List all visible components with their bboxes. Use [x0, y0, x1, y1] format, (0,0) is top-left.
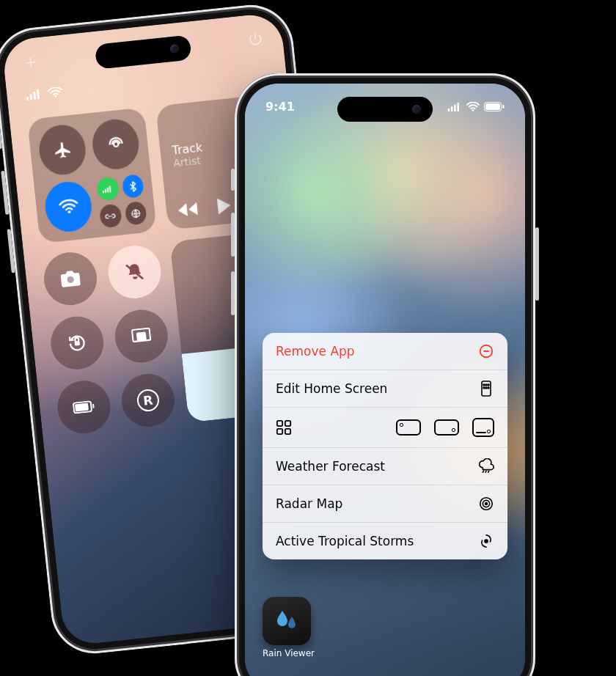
menu-item-remove-app[interactable]: Remove App: [263, 333, 507, 370]
menu-item-label: Active Tropical Storms: [276, 534, 414, 548]
menu-item-label: Weather Forecast: [276, 459, 385, 474]
svg-rect-1: [29, 94, 32, 100]
svg-rect-23: [457, 103, 459, 111]
low-power-button[interactable]: [55, 378, 113, 436]
apps-icon: [478, 381, 494, 397]
svg-rect-20: [448, 108, 450, 111]
wifi-toggle[interactable]: [43, 180, 94, 234]
small-controls-grid: R: [41, 243, 177, 436]
widget-size-medium-icon[interactable]: [434, 419, 459, 436]
phone-context-menu: 9:41 Remove App Edit Home Screen: [235, 73, 535, 676]
battery-icon: [73, 400, 96, 414]
svg-rect-10: [109, 185, 111, 192]
r-shortcut-button[interactable]: R: [119, 371, 177, 429]
svg-rect-15: [136, 331, 147, 341]
svg-rect-37: [285, 421, 290, 426]
vpn-toggle[interactable]: [124, 201, 147, 226]
wifi-icon: [48, 87, 63, 98]
add-control-icon[interactable]: [22, 54, 40, 71]
svg-point-31: [485, 384, 487, 386]
camera-button[interactable]: [41, 250, 99, 308]
svg-rect-17: [92, 404, 95, 408]
radar-icon: [478, 496, 494, 512]
status-bar: [26, 87, 63, 100]
svg-rect-8: [105, 188, 106, 192]
screen-mirroring-icon: [131, 327, 152, 345]
globe-icon: [130, 207, 141, 218]
svg-rect-2: [33, 92, 36, 100]
connectivity-mini-cluster: [96, 174, 147, 228]
menu-item-label: Remove App: [276, 344, 355, 359]
airplane-icon: [52, 139, 73, 161]
status-time: 9:41: [265, 100, 295, 114]
menu-item-weather-forecast[interactable]: Weather Forecast: [263, 448, 507, 485]
svg-rect-36: [277, 421, 282, 426]
remove-icon: [478, 343, 494, 359]
play-icon[interactable]: [216, 197, 232, 215]
dynamic-island: [95, 34, 192, 69]
svg-rect-22: [454, 104, 456, 111]
menu-item-label: Radar Map: [276, 496, 342, 511]
power-icon[interactable]: [246, 30, 264, 48]
context-menu: Remove App Edit Home Screen Weather Fore…: [263, 333, 507, 559]
widget-size-grid-icon[interactable]: [276, 419, 292, 436]
wifi-icon: [58, 199, 78, 216]
svg-rect-21: [451, 106, 453, 111]
rotation-lock-icon: [66, 331, 89, 354]
rotation-lock-button[interactable]: [48, 314, 106, 372]
widget-size-large-icon[interactable]: [472, 418, 494, 437]
airdrop-icon: [105, 133, 126, 155]
bell-slash-icon: [124, 262, 145, 283]
menu-item-widget-sizes: [263, 408, 507, 448]
svg-point-34: [485, 387, 487, 389]
bluetooth-icon: [128, 181, 136, 192]
svg-rect-7: [103, 190, 104, 192]
svg-point-33: [483, 387, 485, 389]
svg-point-43: [485, 540, 488, 543]
svg-point-30: [483, 384, 485, 386]
rewind-icon[interactable]: [177, 202, 198, 218]
connectivity-tile: [27, 107, 157, 243]
svg-rect-3: [37, 89, 40, 99]
menu-item-label: Edit Home Screen: [276, 381, 387, 396]
widget-size-small-icon[interactable]: [396, 419, 421, 436]
menu-item-tropical-storms[interactable]: Active Tropical Storms: [263, 523, 507, 559]
cellular-icon: [447, 103, 462, 111]
svg-rect-27: [502, 105, 505, 109]
svg-point-5: [113, 142, 118, 147]
cellular-icon: [102, 184, 113, 194]
personal-hotspot-toggle[interactable]: [99, 204, 122, 229]
svg-rect-18: [75, 403, 89, 412]
bluetooth-toggle[interactable]: [121, 174, 144, 199]
screen-mirroring-button[interactable]: [112, 307, 170, 365]
dynamic-island: [337, 97, 433, 122]
svg-point-24: [472, 109, 474, 111]
cellular-icon: [26, 89, 43, 100]
r-shortcut-icon: R: [136, 388, 160, 412]
svg-point-35: [488, 387, 489, 389]
svg-rect-13: [75, 341, 81, 346]
silent-mode-button[interactable]: [106, 243, 164, 301]
cloud-rain-icon: [478, 458, 494, 474]
svg-rect-0: [26, 97, 29, 100]
airplane-mode-toggle[interactable]: [37, 122, 88, 177]
svg-point-4: [54, 95, 56, 98]
app-label: Rain Viewer: [263, 648, 315, 658]
svg-rect-9: [107, 187, 109, 192]
battery-icon: [484, 102, 505, 111]
camera-icon: [59, 269, 81, 289]
svg-rect-26: [485, 103, 500, 110]
menu-item-edit-home-screen[interactable]: Edit Home Screen: [263, 370, 507, 408]
raindrops-icon: [272, 606, 301, 636]
wifi-icon: [466, 102, 480, 111]
svg-point-6: [67, 210, 70, 213]
link-icon: [105, 212, 116, 220]
svg-point-32: [488, 384, 489, 386]
app-icon-rain-viewer[interactable]: Rain Viewer: [263, 597, 315, 658]
cellular-data-toggle[interactable]: [96, 177, 120, 202]
svg-point-42: [485, 503, 488, 505]
svg-rect-39: [285, 429, 290, 434]
airdrop-toggle[interactable]: [90, 117, 142, 172]
cyclone-icon: [478, 533, 494, 549]
menu-item-radar-map[interactable]: Radar Map: [263, 485, 507, 523]
